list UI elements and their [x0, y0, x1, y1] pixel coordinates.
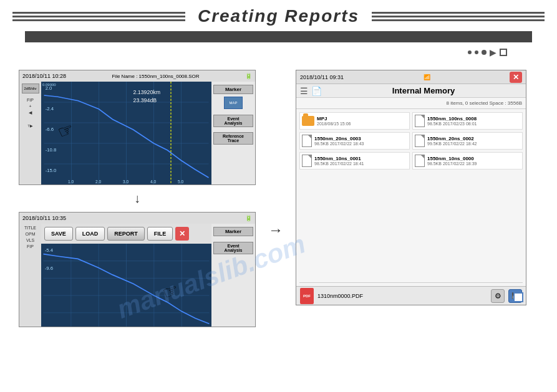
fm-folder-mpj[interactable]: MPJ 2018/08/15 15:06 [299, 112, 410, 130]
fm-file-0[interactable]: 1550nm_100ns_0008 98.5KB 2017/02/23 08:0… [412, 112, 523, 130]
svg-text:2.0: 2.0 [95, 179, 101, 184]
svg-text:4.0: 4.0 [150, 179, 156, 184]
marker-btn-top[interactable]: Marker [213, 85, 253, 94]
nav-dots: ▶ [12, 47, 545, 57]
header-section: Creating Reports ▶ [0, 0, 557, 60]
folder-icon-mpj [302, 116, 314, 126]
fm-file-1[interactable]: 1550nm_20ns_0003 98.5KB 2017/02/22 18:43 [299, 132, 410, 150]
otdr-left-btn[interactable]: ◀ [29, 110, 32, 115]
fm-file-4[interactable]: 1550nm_10ns_0000 98.5KB 2017/02/22 18:39 [412, 152, 523, 170]
file-manager: 2018/10/11 09:31 📶 ✕ ☰ 📄 Internal Memory… [296, 70, 526, 305]
otdr-graph-area-top: 2.0 -2.4 -6.6 -10.8 -15.0 1.0 2.0 3.0 4.… [41, 82, 211, 184]
fm-file-3-info: 1550nm_10ns_0001 98.5KB 2017/02/22 18:41 [314, 156, 364, 166]
fm-file-2-info: 1550nm_20ns_0002 99.5KB 2017/02/22 18:42 [427, 136, 477, 146]
otdr-filename: File Name : 1550nm_100ns_0008.SOR [112, 74, 199, 79]
main-content: ☞ 2018/10/11 10:28 File Name : 1550nm_10… [0, 64, 557, 333]
file-icon-0 [415, 115, 425, 127]
header-line-6 [372, 19, 545, 21]
fm-file-1-info: 1550nm_20ns_0003 98.5KB 2017/02/22 18:43 [314, 136, 364, 146]
report-button[interactable]: REPORT [107, 227, 145, 241]
header-lines-right [372, 12, 545, 21]
header-line-4 [372, 12, 545, 14]
header-line-3 [12, 19, 185, 21]
fm-file-0-info: 1550nm_100ns_0008 98.5KB 2017/02/23 08:0… [427, 116, 477, 126]
close-button-bottom[interactable]: ✕ [175, 227, 189, 241]
load-button[interactable]: LOAD [75, 227, 105, 241]
reference-trace-label: ReferenceTrace [216, 134, 251, 143]
fm-gear-button[interactable]: ⚙ [491, 289, 505, 303]
event-analysis-label-bottom: EventAnalysis [216, 244, 251, 252]
save-button[interactable]: SAVE [44, 227, 73, 241]
button-row: SAVE LOAD REPORT FILE ✕ [41, 224, 211, 244]
otdr-graph-top-label: 0.09000 [42, 83, 56, 87]
fm-bottom-bar: PDF 1310nm0000.PDF ⚙ 💾 [296, 286, 526, 305]
fm-titlebar-icons: 📶 [424, 74, 430, 80]
nav-dot-2[interactable] [475, 50, 478, 54]
marker-label-top: Marker [216, 87, 251, 92]
fm-file-4-meta: 98.5KB 2017/02/22 18:39 [427, 161, 477, 166]
svg-text:23.394dB: 23.394dB [133, 97, 157, 103]
event-analysis-label-top: EventAnalysis [216, 117, 251, 125]
title-label: TITLE [24, 226, 36, 230]
map-icon: MAP [224, 97, 243, 109]
fm-file-2-name: 1550nm_20ns_0002 [427, 136, 477, 141]
arrow-right: → [268, 70, 283, 327]
otdr-screen-top: ☞ 2018/10/11 10:28 File Name : 1550nm_10… [19, 70, 256, 185]
svg-text:2.13920km: 2.13920km [133, 89, 161, 95]
svg-text:-5.4: -5.4 [45, 247, 54, 253]
file-button[interactable]: FILE [147, 227, 173, 241]
fm-doc-icon[interactable]: 📄 [311, 86, 322, 96]
otdr-body-bottom: TITLE OPM VLS FIP SAVE LOAD REPORT FILE … [19, 224, 255, 327]
marker-btn-bottom[interactable]: Marker [213, 227, 253, 236]
svg-text:-6.6: -6.6 [46, 127, 54, 132]
opm-label: OPM [26, 232, 36, 236]
fm-menu-icon[interactable]: ☰ [300, 86, 308, 96]
fm-file-3[interactable]: 1550nm_10ns_0001 98.5KB 2017/02/22 18:41 [299, 152, 410, 170]
left-column: ☞ 2018/10/11 10:28 File Name : 1550nm_10… [19, 70, 256, 327]
fm-file-3-name: 1550nm_10ns_0001 [314, 156, 364, 161]
fm-titlebar: 2018/10/11 09:31 📶 ✕ [296, 70, 526, 84]
right-column: 2018/10/11 09:31 📶 ✕ ☰ 📄 Internal Memory… [296, 70, 538, 327]
header-lines-left [12, 12, 185, 21]
otdr-battery-top: 🔋 [245, 73, 252, 79]
file-icon-4 [415, 155, 425, 167]
svg-text:-9.6: -9.6 [45, 265, 53, 271]
otdr-datetime-bottom: 2018/10/11 10:35 [22, 215, 66, 221]
file-icon-1 [302, 135, 312, 147]
reference-trace-btn[interactable]: ReferenceTrace [213, 132, 253, 145]
svg-text:5.0: 5.0 [178, 179, 183, 184]
otdr-scale-label: 2dB/div [22, 84, 39, 93]
fm-selected-indicator [513, 292, 523, 302]
fm-info-text: 8 items, 0 selected Space : 3556B [447, 100, 522, 106]
fm-title: Internal Memory [325, 86, 522, 95]
map-label: MAP [229, 101, 237, 105]
fm-datetime: 2018/10/11 09:31 [300, 74, 344, 80]
event-analysis-btn-bottom[interactable]: EventAnalysis [213, 242, 253, 254]
fm-close-button[interactable]: ✕ [510, 72, 522, 83]
fm-signal-icon: 📶 [424, 74, 430, 80]
otdr-bottom-label: T▶ [27, 123, 33, 128]
header-lines-container: Creating Reports [12, 6, 545, 26]
svg-text:1.0: 1.0 [68, 179, 74, 184]
file-icon-3 [302, 155, 312, 167]
otdr-plus-btn[interactable]: + [29, 104, 31, 108]
fm-info-bar: 8 items, 0 selected Space : 3556B [296, 98, 526, 109]
otdr-right-panel-bottom: Marker EventAnalysis [211, 224, 255, 327]
fm-file-0-meta: 98.5KB 2017/02/23 08:01 [427, 122, 477, 126]
event-analysis-btn-top[interactable]: EventAnalysis [213, 115, 253, 127]
otdr-main-bottom: SAVE LOAD REPORT FILE ✕ [41, 224, 211, 327]
nav-square[interactable] [500, 49, 507, 56]
otdr-left-panel-bottom: TITLE OPM VLS FIP [19, 224, 41, 327]
fm-separator [299, 282, 523, 283]
nav-arrow[interactable]: ▶ [490, 47, 496, 57]
otdr-fip-label: FIP [27, 98, 34, 102]
header-line-5 [372, 16, 545, 17]
header-dark-bar [25, 31, 532, 42]
fm-pdf-icon: PDF [300, 288, 314, 304]
fip-label-bottom: FIP [27, 244, 34, 249]
nav-dot-3[interactable] [482, 50, 487, 55]
otdr-right-panel-top: Marker MAP EventAnalysis ReferenceTrace [211, 82, 255, 184]
fm-folder-mpj-name: MPJ [317, 116, 351, 122]
nav-dot-1[interactable] [468, 50, 472, 54]
fm-file-2[interactable]: 1550nm_20ns_0002 99.5KB 2017/02/22 18:42 [412, 132, 523, 150]
